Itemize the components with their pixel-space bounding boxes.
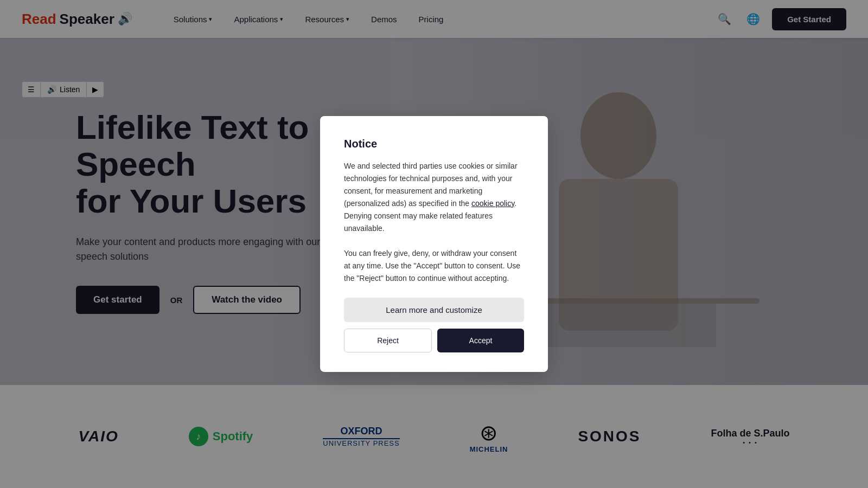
modal-body: We and selected third parties use cookie… bbox=[344, 160, 524, 285]
modal-title: Notice bbox=[344, 138, 524, 150]
reject-button[interactable]: Reject bbox=[344, 329, 432, 352]
cookie-policy-link[interactable]: cookie policy bbox=[471, 199, 514, 208]
learn-more-button[interactable]: Learn more and customize bbox=[344, 298, 524, 322]
modal-action-buttons: Reject Accept bbox=[344, 329, 524, 352]
cookie-modal: Notice We and selected third parties use… bbox=[320, 116, 548, 373]
accept-button[interactable]: Accept bbox=[437, 329, 524, 352]
modal-overlay: Notice We and selected third parties use… bbox=[0, 0, 868, 488]
